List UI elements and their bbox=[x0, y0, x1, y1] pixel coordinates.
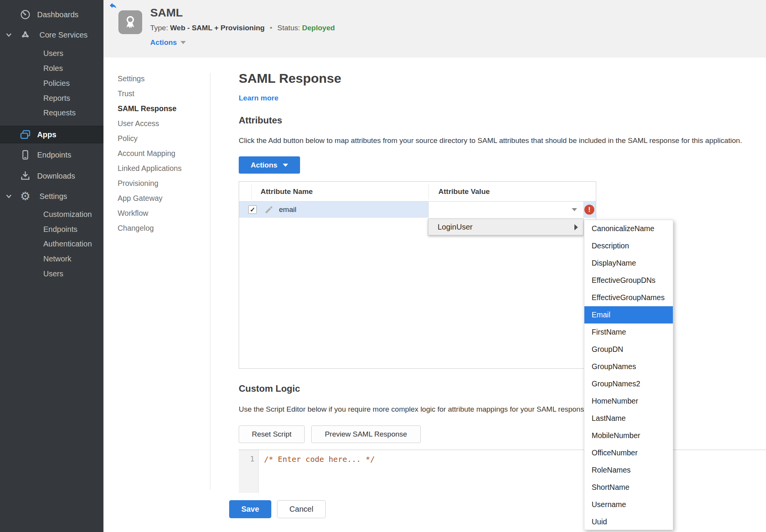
sidebar-item-customization[interactable]: Customization bbox=[0, 207, 103, 222]
reset-script-button[interactable]: Reset Script bbox=[239, 425, 305, 443]
save-button[interactable]: Save bbox=[229, 500, 271, 518]
chevron-down-icon bbox=[180, 41, 186, 44]
download-icon bbox=[19, 170, 31, 182]
script-editor[interactable]: 1 /* Enter code here... */ bbox=[239, 450, 766, 493]
subnav-linked-applications[interactable]: Linked Applications bbox=[118, 161, 182, 176]
sidebar-item-label: Endpoints bbox=[37, 151, 71, 159]
learn-more-link[interactable]: Learn more bbox=[239, 94, 278, 102]
attribute-name-cell: email bbox=[279, 202, 296, 218]
sidebar-item-settings-endpoints[interactable]: Endpoints bbox=[0, 222, 103, 237]
submenu-option[interactable]: Description bbox=[584, 237, 673, 255]
submenu-option[interactable]: EffectiveGroupNames bbox=[584, 289, 673, 306]
type-value: Web - SAML + Provisioning bbox=[170, 24, 265, 32]
attributes-description: Click the Add button below to map attrib… bbox=[239, 136, 742, 145]
page: Dashboards Core Services Users Roles Pol… bbox=[0, 0, 766, 532]
sidebar-item-label: Dashboards bbox=[37, 10, 79, 19]
submenu-option[interactable]: CanonicalizeName bbox=[584, 220, 673, 237]
sidebar-item-authentication[interactable]: Authentication bbox=[0, 236, 103, 251]
apps-icon bbox=[19, 128, 31, 141]
app-title: SAML bbox=[150, 6, 183, 19]
sidebar-item-dashboards[interactable]: Dashboards bbox=[0, 7, 103, 22]
sidebar-item-policies[interactable]: Policies bbox=[0, 76, 103, 91]
sidebar-item-users[interactable]: Users bbox=[0, 46, 103, 61]
line-number: 1 bbox=[250, 455, 254, 463]
subnav-provisioning[interactable]: Provisioning bbox=[118, 176, 182, 191]
submenu-option[interactable]: HomeNumber bbox=[584, 392, 673, 410]
sidebar-item-core-services[interactable]: Core Services bbox=[0, 27, 103, 43]
sidebar-item-downloads[interactable]: Downloads bbox=[0, 168, 103, 184]
preview-saml-response-button[interactable]: Preview SAML Response bbox=[311, 425, 421, 443]
sidebar-item-label: Core Services bbox=[39, 31, 88, 39]
row-checkbox[interactable]: ✓ bbox=[248, 205, 257, 214]
back-arrow-icon[interactable] bbox=[108, 1, 118, 10]
attributes-table: Attribute Name Attribute Value ✓ email ! bbox=[239, 181, 596, 369]
row-error-zone: ! bbox=[583, 202, 596, 218]
sidebar-item-apps[interactable]: Apps bbox=[0, 126, 103, 143]
custom-logic-heading: Custom Logic bbox=[239, 383, 300, 394]
column-header-attribute-name: Attribute Name bbox=[261, 182, 313, 202]
app-header: SAML Type: Web - SAML + Provisioning • S… bbox=[103, 0, 766, 57]
subnav-policy[interactable]: Policy bbox=[118, 131, 182, 146]
chevron-down-icon[interactable] bbox=[5, 31, 12, 38]
submenu-option[interactable]: FirstName bbox=[584, 323, 673, 341]
sidebar-item-network[interactable]: Network bbox=[0, 251, 103, 266]
submenu-option[interactable]: GroupDN bbox=[584, 341, 673, 358]
gear-icon: ⚙ bbox=[19, 190, 31, 202]
submenu-option[interactable]: EffectiveGroupDNs bbox=[584, 272, 673, 289]
submenu-option[interactable]: ShortName bbox=[584, 479, 673, 496]
error-icon: ! bbox=[584, 205, 594, 215]
chevron-down-icon[interactable] bbox=[5, 193, 12, 200]
subnav-app-gateway[interactable]: App Gateway bbox=[118, 191, 182, 206]
submenu-option[interactable]: DisplayName bbox=[584, 255, 673, 272]
subnav-changelog[interactable]: Changelog bbox=[118, 221, 182, 236]
status-label: Status: bbox=[277, 24, 300, 32]
editor-gutter: 1 bbox=[239, 450, 259, 493]
sidebar-item-reports[interactable]: Reports bbox=[0, 90, 103, 106]
subnav-trust[interactable]: Trust bbox=[118, 86, 182, 101]
app-subnav: Settings Trust SAML Response User Access… bbox=[118, 71, 182, 236]
column-divider bbox=[428, 184, 429, 199]
page-title: SAML Response bbox=[239, 71, 341, 86]
subnav-user-access[interactable]: User Access bbox=[118, 116, 182, 131]
attribute-value-dropdown[interactable] bbox=[428, 202, 583, 218]
submenu-option[interactable]: Uuid bbox=[584, 513, 673, 530]
sidebar-item-label: Settings bbox=[39, 192, 67, 201]
submenu-option[interactable]: MobileNumber bbox=[584, 427, 673, 444]
header-actions-menu[interactable]: Actions bbox=[150, 38, 186, 47]
attributes-actions-button[interactable]: Actions bbox=[239, 156, 300, 174]
cancel-button[interactable]: Cancel bbox=[277, 500, 326, 518]
submenu-option[interactable]: Username bbox=[584, 496, 673, 513]
submenu-option[interactable]: OfficeNumber bbox=[584, 444, 673, 461]
submenu-option[interactable]: RoleNames bbox=[584, 461, 673, 479]
type-label: Type: bbox=[150, 24, 168, 32]
submenu-option[interactable]: GroupNames bbox=[584, 358, 673, 375]
sidebar-item-requests[interactable]: Requests bbox=[0, 105, 103, 120]
attributes-table-header: Attribute Name Attribute Value bbox=[239, 182, 596, 202]
subnav-settings[interactable]: Settings bbox=[118, 71, 182, 86]
subnav-account-mapping[interactable]: Account Mapping bbox=[118, 146, 182, 161]
submenu-arrow-icon bbox=[574, 224, 578, 230]
award-icon bbox=[118, 10, 142, 34]
value-menu-loginuser[interactable]: LoginUser bbox=[428, 218, 584, 235]
submenu-option-selected[interactable]: Email bbox=[584, 306, 673, 323]
app-meta: Type: Web - SAML + Provisioning • Status… bbox=[150, 24, 335, 32]
column-divider bbox=[251, 184, 252, 199]
sidebar-item-roles[interactable]: Roles bbox=[0, 61, 103, 76]
sidebar-item-endpoints[interactable]: Endpoints bbox=[0, 147, 103, 163]
table-row[interactable]: ✓ email ! bbox=[239, 202, 596, 218]
submenu-option[interactable]: LastName bbox=[584, 410, 673, 427]
chevron-down-icon bbox=[283, 164, 288, 167]
sidebar-item-settings[interactable]: ⚙ Settings bbox=[0, 189, 103, 204]
checkbox-checked-icon: ✓ bbox=[250, 206, 255, 214]
dropdown-caret-icon[interactable] bbox=[572, 208, 577, 211]
value-submenu: CanonicalizeName Description DisplayName… bbox=[584, 220, 673, 530]
edit-pencil-icon[interactable] bbox=[264, 205, 274, 214]
sidebar-item-label: Downloads bbox=[37, 172, 75, 181]
submenu-option[interactable]: GroupNames2 bbox=[584, 375, 673, 392]
core-services-icon bbox=[19, 29, 31, 41]
editor-code[interactable]: /* Enter code here... */ bbox=[264, 455, 375, 464]
sidebar-item-settings-users[interactable]: Users bbox=[0, 266, 103, 281]
meta-separator: • bbox=[270, 24, 272, 32]
subnav-workflow[interactable]: Workflow bbox=[118, 206, 182, 221]
subnav-saml-response[interactable]: SAML Response bbox=[118, 101, 182, 116]
